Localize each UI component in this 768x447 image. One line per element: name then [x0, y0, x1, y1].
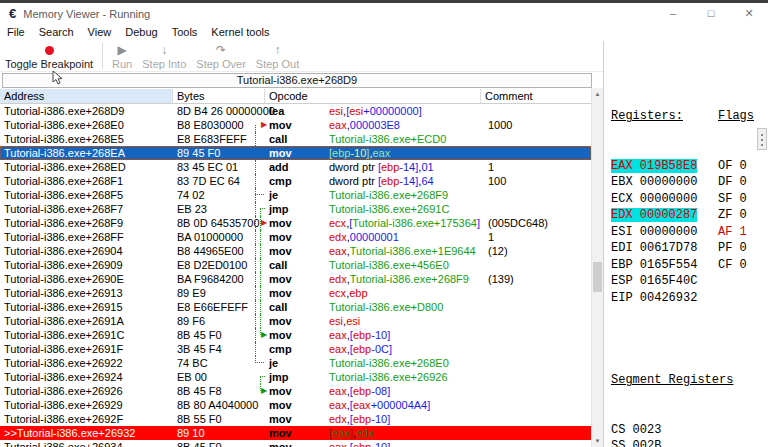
menu-item-kernel-tools[interactable]: Kernel tools — [204, 24, 276, 41]
register-row-ebp[interactable]: EBP 0165F554 — [611, 257, 716, 274]
scroll-down-icon[interactable]: ▼ — [592, 435, 603, 447]
table-row[interactable]: Tutorial-i386.exe+269268B 45 F8▶moveax,[… — [0, 384, 591, 398]
register-row-edi[interactable]: EDI 00617D78 — [611, 240, 716, 257]
register-row-eip[interactable]: EIP 00426932 — [611, 290, 716, 307]
operand-segment: ebp — [332, 147, 350, 159]
flag-row-df[interactable]: DF 0 — [718, 174, 761, 191]
table-row[interactable]: Tutorial-i386.exe+268EA89 45 F0mov[ebp-1… — [0, 146, 591, 160]
flag-row-cf[interactable]: CF 0 — [718, 257, 761, 274]
register-row-ebx[interactable]: EBX 00000000 — [611, 174, 716, 191]
table-row[interactable]: Tutorial-i386.exe+269298B 80 A4040000mov… — [0, 398, 591, 412]
table-row[interactable]: Tutorial-i386.exe+26924EB 00jmpTutorial-… — [0, 370, 591, 384]
column-header-address[interactable]: Address — [0, 89, 173, 103]
scrollbar-thumb[interactable] — [593, 262, 602, 292]
table-row[interactable]: Tutorial-i386.exe+268F574 02jeTutorial-i… — [0, 188, 591, 202]
jump-line — [260, 209, 261, 216]
bytes-cell: 8B 55 F0 — [173, 412, 265, 426]
table-row[interactable]: Tutorial-i386.exe+268D98D B4 26 00000000… — [0, 104, 591, 118]
table-row[interactable]: Tutorial-i386.exe+268E0B8 E8030000▶movea… — [0, 118, 591, 132]
operand-segment: esi — [329, 105, 343, 117]
table-row[interactable]: Tutorial-i386.exe+268FFBA 01000000movedx… — [0, 230, 591, 244]
table-row[interactable]: Tutorial-i386.exe+2692274 BCjeTutorial-i… — [0, 356, 591, 370]
table-row[interactable]: Tutorial-i386.exe+26904B8 44965E00moveax… — [0, 244, 591, 258]
table-row[interactable]: Tutorial-i386.exe+2691389 E9movecx,ebp — [0, 286, 591, 300]
jump-line — [255, 314, 256, 328]
register-value: EIP 00426932 — [611, 291, 697, 305]
toolbar-toggle-breakpoint-button[interactable]: Toggle Breakpoint — [0, 41, 98, 70]
table-row[interactable]: Tutorial-i386.exe+268ED83 45 EC 01adddwo… — [0, 160, 591, 174]
mnemonic: cmp — [269, 342, 329, 356]
table-header: AddressBytesOpcodeComment — [0, 89, 591, 104]
opcode-cell: moveax,[ebp-08] — [265, 384, 481, 398]
register-row-esp[interactable]: ESP 0165F40C — [611, 273, 716, 290]
opcode-cell: adddword ptr [ebp-14],01 — [265, 160, 481, 174]
menu-item-file[interactable]: File — [0, 24, 32, 41]
operand-segment: 00000001 — [350, 231, 399, 243]
flag-row-af[interactable]: AF 1 — [718, 224, 761, 241]
jump-line — [255, 342, 256, 356]
toolbar-step-over-button[interactable]: ↷Step Over — [191, 41, 251, 70]
maximize-button[interactable]: □ — [692, 3, 730, 24]
register-row-edx[interactable]: EDX 00000287 — [611, 207, 716, 224]
column-header-opcode[interactable]: Opcode — [265, 89, 481, 103]
bytes-cell: 8B 45 F0 — [173, 440, 265, 447]
flag-row-sf[interactable]: SF 0 — [718, 191, 761, 208]
column-header-bytes[interactable]: Bytes — [173, 89, 265, 103]
table-row[interactable]: Tutorial-i386.exe+2691C8B 45 F0▶moveax,[… — [0, 328, 591, 342]
opcode-cell: callTutorial-i386.exe+456E0 — [265, 258, 481, 272]
jump-line — [260, 244, 261, 258]
flag-row-of[interactable]: OF 0 — [718, 158, 761, 175]
toolbar-step-into-button[interactable]: ↓Step Into — [137, 41, 191, 70]
table-row[interactable]: >>Tutorial-i386.exe+2693289 10mov[eax],e… — [0, 426, 591, 440]
flag-row-zf[interactable]: ZF 0 — [718, 207, 761, 224]
table-row[interactable]: Tutorial-i386.exe+26915E8 E66EFEFFcallTu… — [0, 300, 591, 314]
comment-cell — [481, 342, 591, 356]
vertical-scrollbar[interactable]: ▲ ▼ — [591, 88, 603, 447]
table-row[interactable]: Tutorial-i386.exe+268F98B 0D 64535700▶mo… — [0, 216, 591, 230]
register-row-esi[interactable]: ESI 00000000 — [611, 224, 716, 241]
address-bar[interactable]: Tutorial-i386.exe+268D9 — [2, 73, 592, 88]
menu-item-debug[interactable]: Debug — [118, 24, 164, 41]
register-row-ecx[interactable]: ECX 00000000 — [611, 191, 716, 208]
operand-segment: eax — [329, 119, 347, 131]
mnemonic: mov — [269, 230, 329, 244]
address-cell: Tutorial-i386.exe+2690E — [0, 272, 173, 286]
bytes-cell: EB 23 — [173, 202, 265, 216]
panel-splitter-button[interactable] — [757, 128, 767, 150]
mnemonic: jmp — [269, 202, 329, 216]
opcode-cell: movecx,[Tutorial-i386.exe+175364] — [265, 216, 481, 230]
toolbar-run-button[interactable]: ▶Run — [107, 41, 137, 70]
table-row[interactable]: Tutorial-i386.exe+2691A89 F6movesi,esi — [0, 314, 591, 328]
mnemonic: mov — [269, 272, 329, 286]
segment-register-row-cs[interactable]: CS 0023 — [611, 422, 768, 439]
table-row[interactable]: Tutorial-i386.exe+2692F8B 55 F0movedx,[e… — [0, 412, 591, 426]
table-row[interactable]: Tutorial-i386.exe+268E5E8 E683FEFFcallTu… — [0, 132, 591, 146]
minimize-button[interactable]: – — [654, 3, 692, 24]
table-row[interactable]: Tutorial-i386.exe+269348B 45 F0moveax,[e… — [0, 440, 591, 447]
breakpoint-icon — [45, 43, 54, 57]
toolbar-step-out-button[interactable]: ↑Step Out — [251, 41, 304, 70]
menu-item-search[interactable]: Search — [32, 24, 81, 41]
table-row[interactable]: Tutorial-i386.exe+2691F3B 45 F4cmpeax,[e… — [0, 342, 591, 356]
table-row[interactable]: Tutorial-i386.exe+268F183 7D EC 64cmpdwo… — [0, 174, 591, 188]
comment-cell — [481, 132, 591, 146]
table-row[interactable]: Tutorial-i386.exe+26909E8 D2ED0100callTu… — [0, 258, 591, 272]
operand-segment: ebp — [381, 175, 399, 187]
opcode-cell: movecx,ebp — [265, 286, 481, 300]
jump-line — [255, 328, 256, 342]
jump-line-gutter — [253, 398, 265, 412]
table-row[interactable]: Tutorial-i386.exe+268F7EB 23jmpTutorial-… — [0, 202, 591, 216]
jump-line-gutter — [253, 202, 265, 216]
register-row-eax[interactable]: EAX 019B58E8 — [611, 158, 716, 175]
table-row[interactable]: Tutorial-i386.exe+2690EBA F9684200movedx… — [0, 272, 591, 286]
flag-row-pf[interactable]: PF 0 — [718, 240, 761, 257]
close-button[interactable]: ✕ — [730, 3, 768, 24]
scroll-up-icon[interactable]: ▲ — [592, 88, 603, 100]
menu-item-view[interactable]: View — [81, 24, 119, 41]
menu-item-tools[interactable]: Tools — [165, 24, 205, 41]
toolbar-label: Step Over — [196, 58, 246, 70]
mnemonic: call — [269, 258, 329, 272]
segment-register-row-ss[interactable]: SS 002B — [611, 438, 768, 447]
column-header-comment[interactable]: Comment — [481, 89, 591, 103]
jump-line-gutter — [253, 342, 265, 356]
